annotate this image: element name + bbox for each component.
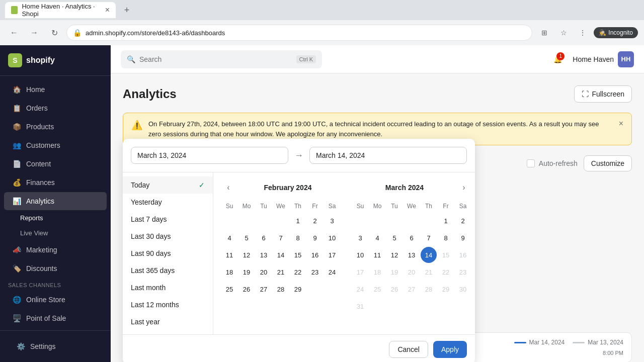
cal-day[interactable]: 18 — [221, 264, 237, 280]
cal-day[interactable]: 21 — [273, 264, 289, 280]
cal-day[interactable]: 10 — [324, 230, 340, 246]
cal-day[interactable]: 10 — [352, 247, 368, 263]
preset-last365[interactable]: Last 365 days — [123, 262, 213, 279]
cal-day[interactable]: 29 — [290, 281, 306, 297]
sidebar-item-settings[interactable]: ⚙️ Settings — [8, 337, 103, 355]
cal-day[interactable]: 4 — [221, 230, 237, 246]
cal-day[interactable]: 5 — [238, 230, 255, 246]
cal-day[interactable]: 27 — [256, 281, 272, 297]
cal-day[interactable]: 12 — [386, 247, 403, 263]
user-menu[interactable]: Home Haven HH — [573, 51, 634, 67]
cal-day[interactable]: 28 — [273, 281, 289, 297]
legend-item-today: Mar 14, 2024 — [514, 339, 565, 346]
cal-day[interactable]: 6 — [256, 230, 272, 246]
cal-day-disabled: 25 — [369, 281, 385, 297]
cal-day[interactable]: 7 — [421, 230, 437, 246]
sidebar-item-reports[interactable]: Reports — [4, 211, 107, 225]
browser-nav: ← → ↻ 🔒 admin.shopify.com/store/de8143-a… — [0, 20, 644, 45]
cal-day[interactable]: 9 — [455, 230, 471, 246]
cal-day-selected[interactable]: 14 — [421, 247, 437, 263]
preset-last90[interactable]: Last 90 days — [123, 245, 213, 262]
cal-day[interactable]: 1 — [290, 213, 306, 229]
cal-day[interactable]: 5 — [386, 230, 403, 246]
alert-close-button[interactable]: × — [619, 119, 623, 128]
back-button[interactable]: ← — [6, 25, 22, 41]
cal-day[interactable]: 8 — [438, 230, 454, 246]
cal-day[interactable]: 16 — [307, 247, 323, 263]
day-header: Fr — [307, 201, 323, 212]
cal-day-empty — [324, 281, 340, 297]
search-bar[interactable]: 🔍 Search Ctrl K — [121, 50, 322, 68]
sidebar-item-home[interactable]: 🏠 Home — [4, 80, 107, 99]
sidebar-item-online-store[interactable]: 🌐 Online Store — [4, 291, 107, 309]
cancel-button[interactable]: Cancel — [389, 341, 428, 358]
fullscreen-button[interactable]: ⛶ Fullscreen — [574, 85, 632, 103]
cal-day[interactable]: 4 — [369, 230, 385, 246]
cal-day[interactable]: 11 — [369, 247, 385, 263]
cal-day[interactable]: 17 — [324, 247, 340, 263]
prev-month-button[interactable]: ‹ — [221, 180, 235, 195]
sidebar-item-analytics[interactable]: 📊 Analytics — [4, 192, 107, 210]
next-month-button[interactable]: › — [457, 180, 471, 195]
preset-label: Yesterday — [131, 198, 162, 206]
cal-day[interactable]: 13 — [404, 247, 420, 263]
cal-day[interactable]: 7 — [273, 230, 289, 246]
cal-day[interactable]: 8 — [290, 230, 306, 246]
cal-day[interactable]: 25 — [221, 281, 237, 297]
cal-day[interactable]: 3 — [352, 230, 368, 246]
cal-day[interactable]: 24 — [324, 264, 340, 280]
cal-day[interactable]: 2 — [307, 213, 323, 229]
tab-close-button[interactable]: × — [105, 6, 110, 15]
cal-day[interactable]: 1 — [438, 213, 454, 229]
end-date-input[interactable] — [309, 147, 467, 164]
cal-day[interactable]: 2 — [455, 213, 471, 229]
extension-button[interactable]: ⊞ — [536, 25, 552, 41]
address-bar[interactable]: 🔒 admin.shopify.com/store/de8143-a6/dash… — [66, 25, 532, 41]
preset-last12months[interactable]: Last 12 months — [123, 296, 213, 313]
notification-button[interactable]: 🔔 1 — [548, 50, 567, 68]
cal-day[interactable]: 22 — [290, 264, 306, 280]
cal-day[interactable]: 15 — [290, 247, 306, 263]
preset-label: Last 12 months — [131, 301, 179, 309]
refresh-button[interactable]: ↻ — [46, 25, 62, 41]
preset-last30[interactable]: Last 30 days — [123, 228, 213, 245]
menu-button[interactable]: ⋮ — [575, 25, 591, 41]
sales-channels-label: Sales channels — [0, 278, 111, 290]
cal-day[interactable]: 23 — [307, 264, 323, 280]
cal-day[interactable]: 14 — [273, 247, 289, 263]
preset-lastmonth[interactable]: Last month — [123, 279, 213, 296]
sidebar-item-marketing[interactable]: 📣 Marketing — [4, 241, 107, 259]
new-tab-button[interactable]: + — [120, 3, 134, 17]
cal-day[interactable]: 9 — [307, 230, 323, 246]
cal-day[interactable]: 13 — [256, 247, 272, 263]
cal-day[interactable]: 19 — [238, 264, 255, 280]
browser-tab[interactable]: Home Haven · Analytics · Shopi × — [5, 2, 116, 18]
preset-label: Last year — [131, 318, 160, 326]
apply-button[interactable]: Apply — [433, 341, 467, 358]
sidebar-item-products[interactable]: 📦 Products — [4, 118, 107, 136]
preset-today[interactable]: Today ✓ — [123, 176, 213, 194]
preset-yesterday[interactable]: Yesterday — [123, 194, 213, 211]
cal-day[interactable]: 12 — [238, 247, 255, 263]
sidebar-item-discounts[interactable]: 🏷️ Discounts — [4, 259, 107, 278]
preset-lastyear[interactable]: Last year — [123, 313, 213, 330]
start-date-input[interactable] — [131, 147, 288, 164]
cal-day[interactable]: 26 — [238, 281, 255, 297]
cal-day-disabled: 31 — [352, 298, 368, 314]
customize-button[interactable]: Customize — [584, 155, 632, 171]
sidebar-item-finances[interactable]: 💰 Finances — [4, 173, 107, 192]
sidebar-item-customers[interactable]: 👥 Customers — [4, 136, 107, 154]
sidebar-item-point-of-sale[interactable]: 🖥️ Point of Sale — [4, 309, 107, 327]
forward-button[interactable]: → — [26, 25, 42, 41]
cal-day[interactable]: 11 — [221, 247, 237, 263]
sidebar-item-content[interactable]: 📄 Content — [4, 155, 107, 173]
sidebar-item-live-view[interactable]: Live View — [4, 226, 107, 240]
sidebar-item-orders[interactable]: 📋 Orders — [4, 99, 107, 117]
preset-last7[interactable]: Last 7 days — [123, 211, 213, 228]
cal-day-disabled: 27 — [404, 281, 420, 297]
bookmark-button[interactable]: ☆ — [555, 25, 572, 41]
cal-day[interactable]: 3 — [324, 213, 340, 229]
cal-day[interactable]: 6 — [404, 230, 420, 246]
auto-refresh-checkbox[interactable] — [527, 159, 535, 167]
cal-day[interactable]: 20 — [256, 264, 272, 280]
